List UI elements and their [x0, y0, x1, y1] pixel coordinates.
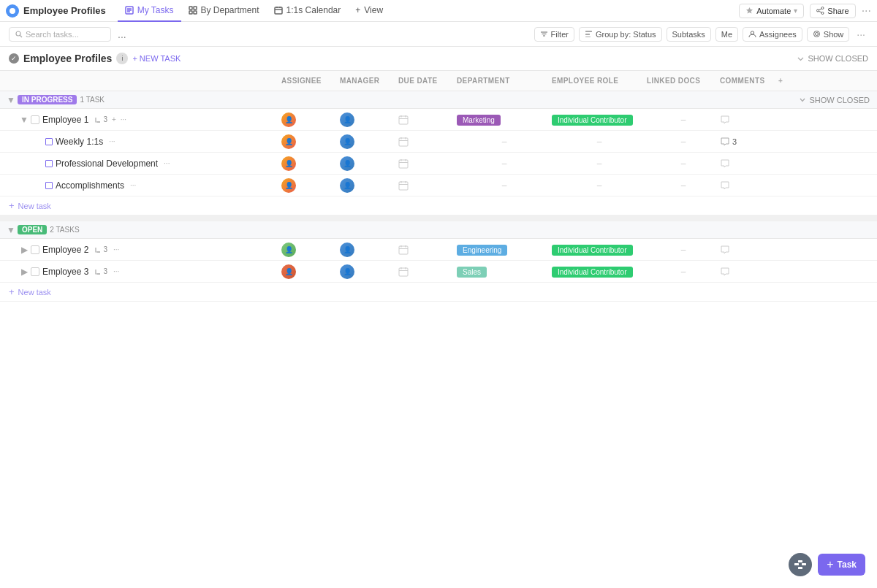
task-name-prodev: Professional Development ···: [7, 159, 281, 169]
col-header-role: EMPLOYEE ROLE: [552, 77, 647, 85]
add-task-open-button[interactable]: + New task: [0, 283, 877, 302]
employee1-assignee: 👤: [281, 112, 340, 127]
weekly-duedate: [398, 137, 457, 147]
prodev-comments[interactable]: [720, 159, 778, 169]
weekly-more-button[interactable]: ···: [109, 137, 115, 145]
task-checkbox-employee1[interactable]: [31, 115, 39, 124]
open-task-count: 2 TASKS: [50, 226, 79, 234]
col-header-duedate: DUE DATE: [398, 77, 457, 85]
task-checkbox-employee2[interactable]: [31, 245, 39, 254]
col-header-add[interactable]: +: [778, 77, 800, 85]
task-row-employee3: ▶ Employee 3 3 ··· 👤 👤 Sales Individual …: [0, 261, 877, 283]
expand-employee2-button[interactable]: ▶: [20, 246, 28, 253]
show-button[interactable]: Show: [807, 27, 850, 42]
filter-button[interactable]: Filter: [534, 27, 574, 42]
col-header-assignee: ASSIGNEE: [281, 77, 340, 85]
tab-my-tasks[interactable]: My Tasks: [118, 0, 181, 22]
employee1-subtask-count: 3: [94, 115, 107, 123]
task-row-employee2: ▶ Employee 2 3 ··· 👤 👤 Engineering Indiv…: [0, 239, 877, 261]
collapse-inprogress-button[interactable]: ▼: [7, 96, 15, 104]
accomp-more-button[interactable]: ···: [130, 181, 136, 189]
toolbar: Search tasks... ... Filter Group by: Sta…: [0, 22, 877, 47]
weekly-comments[interactable]: 3: [720, 137, 778, 147]
main-page-title: Employee Profiles: [23, 53, 112, 64]
expand-employee3-button[interactable]: ▶: [20, 268, 28, 275]
automate-button[interactable]: Automate ▾: [739, 4, 804, 18]
employee1-role-badge: Individual Contributor: [552, 115, 633, 126]
search-box[interactable]: Search tasks...: [9, 27, 111, 42]
show-closed-inprogress-button[interactable]: SHOW CLOSED: [799, 96, 870, 104]
weekly-label: Weekly 1:1s: [56, 137, 103, 147]
svg-point-0: [10, 8, 15, 14]
weekly-comment-count: 3: [732, 137, 737, 146]
employee2-linked-docs: –: [647, 245, 720, 255]
task-checkbox-accomp[interactable]: [45, 182, 53, 189]
open-badge: OPEN: [18, 225, 47, 234]
employee2-comments[interactable]: [720, 245, 778, 255]
more-options-button[interactable]: ···: [862, 4, 871, 18]
employee3-subtask-count: 3: [94, 267, 107, 275]
share-button[interactable]: Share: [810, 4, 855, 18]
info-icon[interactable]: i: [116, 53, 128, 64]
employee2-more-button[interactable]: ···: [113, 245, 119, 253]
employee3-assignee-avatar: 👤: [281, 264, 296, 279]
tab-view[interactable]: + View: [348, 0, 390, 22]
task-name-weekly: Weekly 1:1s ···: [7, 137, 281, 147]
svg-line-17: [819, 11, 822, 12]
task-checkbox-employee3[interactable]: [31, 267, 39, 276]
employee1-comments[interactable]: [720, 115, 778, 125]
accomp-comments[interactable]: [720, 180, 778, 191]
prodev-role: –: [552, 159, 647, 169]
prodev-department: –: [457, 159, 552, 169]
task-name-employee3: ▶ Employee 3 3 ···: [7, 267, 281, 277]
inprogress-badge: IN PROGRESS: [18, 95, 77, 104]
svg-rect-42: [399, 182, 408, 190]
page-icon: ✓: [9, 53, 19, 64]
add-task-inprogress-button[interactable]: + New task: [0, 196, 877, 215]
employee2-assignee: 👤: [281, 243, 340, 257]
employee3-linked-docs: –: [647, 267, 720, 277]
task-row-employee1: ▼ Employee 1 3 + ··· 👤 👤 Marketing Indiv…: [0, 109, 877, 131]
employee1-manager: 👤: [340, 112, 398, 127]
employee3-department: Sales: [457, 267, 552, 277]
expand-employee1-button[interactable]: ▼: [20, 116, 28, 123]
employee3-comments[interactable]: [720, 267, 778, 277]
task-checkbox-prodev[interactable]: [45, 160, 53, 167]
svg-rect-5: [189, 7, 192, 9]
accomp-assignee: 👤: [281, 178, 340, 193]
task-name-accomp: Accomplishments ···: [7, 180, 281, 191]
accomp-linked-docs: –: [647, 180, 720, 191]
col-header-comments: COMMENTS: [720, 77, 778, 85]
toolbar-overflow-button[interactable]: ···: [854, 28, 868, 40]
section-open: ▼ OPEN 2 TASKS ▶ Employee 2 3 ··· 👤 👤 En…: [0, 215, 877, 302]
svg-rect-9: [275, 7, 282, 14]
toolbar-more-button[interactable]: ...: [114, 26, 130, 42]
tab-calendar[interactable]: 1:1s Calendar: [267, 0, 349, 22]
svg-point-14: [817, 9, 819, 12]
show-closed-button[interactable]: SHOW CLOSED: [797, 54, 868, 63]
prodev-duedate: [398, 159, 457, 169]
add-task-plus-icon: +: [9, 200, 15, 211]
collapse-open-button[interactable]: ▼: [7, 226, 15, 234]
svg-rect-23: [585, 31, 592, 32]
new-task-button[interactable]: + NEW TASK: [132, 54, 181, 63]
task-checkbox-weekly[interactable]: [45, 138, 53, 145]
employee1-label: Employee 1: [42, 115, 88, 125]
employee2-dept-badge: Engineering: [457, 245, 507, 256]
me-button[interactable]: Me: [715, 27, 738, 42]
add-subtask-employee1-button[interactable]: +: [112, 115, 116, 123]
nav-tabs: My Tasks By Department 1:1s Calendar + V…: [118, 0, 390, 22]
employee2-role: Individual Contributor: [552, 245, 647, 255]
prodev-more-button[interactable]: ···: [164, 159, 170, 167]
svg-rect-6: [194, 7, 197, 9]
subtasks-button[interactable]: Subtasks: [667, 27, 711, 42]
svg-rect-7: [189, 11, 192, 14]
employee3-manager-avatar: 👤: [340, 264, 354, 279]
prodev-manager-avatar: 👤: [340, 156, 354, 171]
employee3-more-button[interactable]: ···: [113, 267, 119, 275]
tab-by-department[interactable]: By Department: [181, 0, 267, 22]
employee1-more-button[interactable]: ···: [121, 115, 126, 123]
assignees-button[interactable]: Assignees: [743, 27, 802, 42]
employee3-label: Employee 3: [42, 267, 88, 277]
group-by-button[interactable]: Group by: Status: [579, 27, 662, 42]
